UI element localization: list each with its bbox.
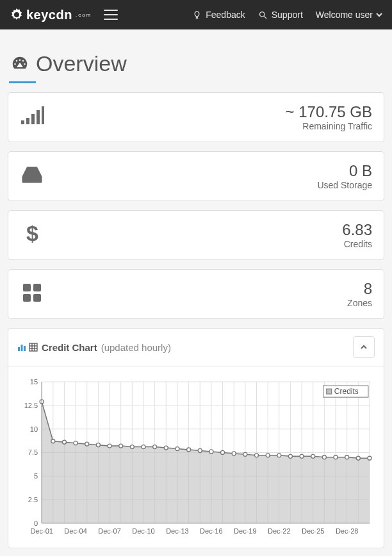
svg-point-79 xyxy=(187,448,191,452)
svg-point-87 xyxy=(277,454,281,457)
svg-point-91 xyxy=(322,455,326,459)
svg-text:Dec-28: Dec-28 xyxy=(336,527,359,535)
credit-chart-panel: Credit Chart (updated hourly) 02.557.510… xyxy=(8,328,384,548)
svg-text:$: $ xyxy=(26,222,38,245)
svg-point-80 xyxy=(198,448,202,452)
svg-point-84 xyxy=(243,452,247,456)
stat-label: Used Storage xyxy=(317,180,372,190)
stat-value: 6.83 xyxy=(342,221,372,239)
svg-point-89 xyxy=(300,454,304,458)
stat-zones: 8 Zones xyxy=(8,269,384,319)
page: Overview ~ 170.75 GB Remaining Traffic 0… xyxy=(0,29,392,556)
svg-text:Dec-22: Dec-22 xyxy=(268,527,291,535)
svg-text:Dec-25: Dec-25 xyxy=(302,527,325,535)
lightbulb-icon xyxy=(192,10,202,20)
bar-chart-icon[interactable] xyxy=(17,343,26,352)
chart-body: 02.557.51012.515Dec-01Dec-04Dec-07Dec-10… xyxy=(8,366,384,548)
svg-point-92 xyxy=(334,455,338,459)
svg-point-8 xyxy=(37,179,38,181)
stat-credits: $ 6.83 Credits xyxy=(8,210,384,260)
page-title-row: Overview xyxy=(8,38,384,81)
svg-point-69 xyxy=(74,441,78,445)
stat-value: 8 xyxy=(347,280,372,298)
svg-rect-10 xyxy=(23,284,31,291)
user-label: Welcome user xyxy=(316,10,373,20)
svg-rect-6 xyxy=(42,106,44,124)
svg-point-70 xyxy=(85,442,89,446)
svg-rect-16 xyxy=(24,346,26,351)
svg-text:0: 0 xyxy=(34,519,38,527)
support-link[interactable]: Support xyxy=(252,10,309,20)
svg-point-72 xyxy=(108,444,111,448)
svg-point-78 xyxy=(176,447,179,451)
svg-point-90 xyxy=(311,454,315,458)
support-label: Support xyxy=(272,10,303,20)
svg-point-71 xyxy=(96,443,100,447)
brand-logo[interactable]: keycdn .com xyxy=(9,7,92,22)
svg-text:Dec-19: Dec-19 xyxy=(234,527,257,535)
table-icon[interactable] xyxy=(29,343,38,352)
topbar: keycdn .com Feedback Support Welcome use… xyxy=(0,0,392,29)
svg-point-74 xyxy=(130,445,134,449)
chart-header: Credit Chart (updated hourly) xyxy=(8,329,384,366)
svg-text:Dec-07: Dec-07 xyxy=(98,527,121,535)
grid-icon xyxy=(20,281,48,307)
feedback-link[interactable]: Feedback xyxy=(186,10,251,20)
svg-point-75 xyxy=(142,445,145,449)
stat-label: Zones xyxy=(347,298,372,308)
menu-toggle[interactable] xyxy=(104,10,118,20)
stat-label: Remaining Traffic xyxy=(286,121,372,131)
brand-sub: .com xyxy=(76,12,92,18)
chevron-down-icon xyxy=(375,11,383,19)
svg-rect-11 xyxy=(33,284,41,291)
svg-point-88 xyxy=(288,454,292,458)
svg-text:Dec-01: Dec-01 xyxy=(30,527,53,535)
svg-point-85 xyxy=(254,454,258,457)
svg-text:10: 10 xyxy=(30,425,38,433)
stat-value: ~ 170.75 GB xyxy=(286,103,372,121)
feedback-label: Feedback xyxy=(206,10,245,20)
svg-point-76 xyxy=(153,445,157,449)
svg-point-67 xyxy=(51,439,55,443)
svg-line-1 xyxy=(264,16,266,19)
credit-chart: 02.557.51012.515Dec-01Dec-04Dec-07Dec-10… xyxy=(16,375,376,543)
svg-text:Dec-04: Dec-04 xyxy=(64,527,87,535)
svg-text:15: 15 xyxy=(30,378,38,386)
title-underline xyxy=(9,81,36,83)
gear-icon xyxy=(9,7,24,22)
svg-text:Dec-13: Dec-13 xyxy=(166,527,189,535)
svg-rect-14 xyxy=(18,347,20,351)
svg-rect-4 xyxy=(31,114,35,124)
stat-remaining-traffic: ~ 170.75 GB Remaining Traffic xyxy=(8,92,384,142)
brand-name: keycdn xyxy=(26,8,72,22)
svg-point-77 xyxy=(164,446,168,450)
svg-text:7.5: 7.5 xyxy=(28,448,38,456)
svg-text:Dec-10: Dec-10 xyxy=(132,527,155,535)
svg-text:12.5: 12.5 xyxy=(24,402,38,409)
svg-rect-15 xyxy=(21,345,23,351)
stat-used-storage: 0 B Used Storage xyxy=(8,151,384,201)
svg-text:5: 5 xyxy=(34,472,38,480)
svg-rect-12 xyxy=(23,294,31,302)
collapse-button[interactable] xyxy=(353,336,375,358)
svg-text:2.5: 2.5 xyxy=(28,496,38,503)
svg-rect-2 xyxy=(21,120,24,124)
svg-point-81 xyxy=(209,450,213,454)
svg-point-73 xyxy=(119,444,123,448)
svg-rect-109 xyxy=(327,389,332,394)
svg-point-95 xyxy=(368,456,372,460)
svg-point-83 xyxy=(232,452,236,455)
svg-point-94 xyxy=(356,456,360,460)
svg-text:Credits: Credits xyxy=(334,387,359,396)
svg-point-86 xyxy=(266,454,270,457)
svg-rect-5 xyxy=(37,110,40,124)
svg-text:Dec-16: Dec-16 xyxy=(200,527,223,535)
signal-icon xyxy=(20,104,48,131)
stat-value: 0 B xyxy=(317,162,372,180)
dashboard-icon xyxy=(10,54,29,74)
page-title: Overview xyxy=(36,51,127,76)
svg-rect-17 xyxy=(29,343,37,351)
svg-point-93 xyxy=(345,455,349,459)
user-menu[interactable]: Welcome user xyxy=(309,10,383,20)
chevron-up-icon xyxy=(360,343,368,351)
